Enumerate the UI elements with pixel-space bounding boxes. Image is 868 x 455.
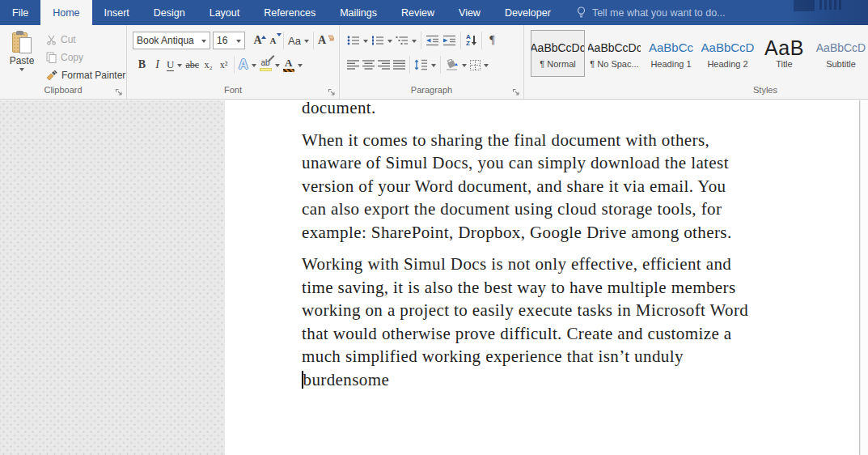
line-spacing-caret-icon[interactable]: [431, 64, 436, 70]
italic-button[interactable]: I: [150, 56, 165, 74]
copy-button[interactable]: Copy: [46, 50, 125, 65]
justify-button[interactable]: [392, 56, 407, 74]
strikethrough-glyph: abc: [185, 59, 199, 71]
clear-formatting-button[interactable]: A: [316, 32, 336, 49]
shrink-font-button[interactable]: A: [265, 32, 281, 49]
tab-references[interactable]: References: [252, 0, 328, 25]
borders-button[interactable]: [468, 56, 490, 74]
align-left-button[interactable]: [345, 56, 361, 74]
word-window: File Home Insert Design Layout Reference…: [0, 0, 868, 455]
style-heading-2[interactable]: AaBbCcD Heading 2: [701, 30, 755, 77]
paragraph-group: A Z ¶: [340, 25, 524, 99]
shading-button[interactable]: [443, 56, 468, 74]
text-line: can also export the document using cloud…: [302, 198, 791, 221]
paste-dropdown-caret-icon[interactable]: [19, 68, 24, 74]
numbering-button[interactable]: [370, 32, 394, 49]
style-no-spacing[interactable]: AaBbCcDc ¶ No Spac...: [587, 30, 641, 77]
cut-button[interactable]: Cut: [46, 32, 125, 47]
document-text[interactable]: document. When it comes to sharing the f…: [302, 96, 791, 400]
text-line: unaware of Simul Docs, you can simply do…: [302, 151, 791, 175]
text-line: working on a project to easily execute t…: [302, 299, 791, 322]
style-preview: AaBbCcD: [816, 39, 866, 57]
subscript-glyph: x₂: [204, 59, 212, 71]
subscript-button[interactable]: x₂: [201, 56, 216, 74]
tab-file[interactable]: File: [0, 0, 40, 25]
text-line: time saving, it is also the best way to …: [302, 276, 791, 300]
style-normal[interactable]: AaBbCcDc ¶ Normal: [531, 30, 585, 77]
text-effects-button[interactable]: A: [237, 56, 258, 74]
tab-view[interactable]: View: [447, 0, 493, 25]
align-center-button[interactable]: [361, 56, 376, 74]
style-name: Heading 2: [707, 59, 747, 69]
style-preview: AaBbCc: [649, 39, 693, 57]
style-title[interactable]: AaB Title: [757, 30, 811, 77]
paragraph-dialog-launcher[interactable]: [512, 88, 520, 96]
clipboard-group-label: Clipboard: [0, 85, 126, 97]
text-effects-caret-icon[interactable]: [252, 64, 256, 70]
style-subtitle[interactable]: AaBbCcD Subtitle: [814, 30, 868, 77]
align-right-icon: [378, 60, 390, 70]
tab-mailings[interactable]: Mailings: [328, 0, 389, 25]
page-right-margin: [861, 100, 868, 455]
font-group: Book Antiqua 16 A A Aa: [127, 25, 340, 99]
numbering-icon: [371, 35, 384, 46]
font-color-caret-icon[interactable]: [298, 64, 303, 70]
format-painter-button[interactable]: Format Painter: [46, 68, 125, 83]
numbering-caret-icon[interactable]: [387, 40, 392, 45]
paragraph: document.: [302, 96, 791, 120]
tell-me-box[interactable]: Tell me what you want to do...: [576, 0, 726, 25]
shrink-font-arrow-icon: [277, 33, 282, 39]
tab-layout[interactable]: Layout: [197, 0, 252, 25]
strikethrough-button[interactable]: abc: [184, 56, 201, 74]
bold-button[interactable]: B: [134, 56, 150, 74]
font-size-combobox[interactable]: 16: [213, 32, 245, 49]
multilevel-caret-icon[interactable]: [412, 40, 417, 45]
show-hide-pilcrow-button[interactable]: ¶: [485, 32, 500, 49]
tell-me-placeholder: Tell me what you want to do...: [592, 7, 726, 19]
clipboard-group: Paste Cut: [0, 25, 127, 99]
align-right-button[interactable]: [376, 56, 392, 74]
text-line: version of your Word document, and share…: [302, 175, 791, 198]
font-size-value: 16: [217, 35, 227, 46]
tab-home[interactable]: Home: [40, 0, 91, 25]
text-effects-glyph: A: [239, 57, 248, 72]
font-size-caret-icon[interactable]: [236, 40, 241, 45]
bullets-button[interactable]: [345, 32, 370, 49]
line-spacing-button[interactable]: [413, 56, 438, 74]
underline-button[interactable]: U: [165, 56, 184, 74]
superscript-button[interactable]: x²: [216, 56, 231, 74]
shading-caret-icon[interactable]: [462, 64, 467, 70]
grow-font-button[interactable]: A: [250, 32, 265, 49]
decrease-indent-icon: [426, 35, 439, 46]
tab-developer[interactable]: Developer: [493, 0, 563, 25]
multilevel-list-button[interactable]: [394, 32, 418, 49]
font-color-button[interactable]: A: [282, 56, 304, 74]
paragraph-group-label: Paragraph: [340, 85, 523, 97]
change-case-caret-icon[interactable]: [304, 40, 309, 45]
sort-button[interactable]: A Z: [464, 32, 479, 49]
change-case-button[interactable]: Aa: [286, 32, 311, 49]
borders-caret-icon[interactable]: [484, 64, 489, 70]
document-page[interactable]: document. When it comes to sharing the f…: [225, 100, 860, 455]
font-name-combobox[interactable]: Book Antiqua: [133, 32, 210, 49]
increase-indent-button[interactable]: [441, 32, 458, 49]
tab-insert[interactable]: Insert: [92, 0, 142, 25]
bullets-caret-icon[interactable]: [363, 40, 368, 45]
tab-review[interactable]: Review: [389, 0, 447, 25]
document-canvas: document. When it comes to sharing the f…: [0, 100, 868, 455]
style-name: Title: [776, 59, 792, 69]
paste-button[interactable]: Paste: [6, 31, 38, 83]
decrease-indent-button[interactable]: [424, 32, 441, 49]
tab-design[interactable]: Design: [142, 0, 197, 25]
font-name-caret-icon[interactable]: [201, 40, 206, 45]
separator: [460, 32, 461, 49]
sort-icon: A Z: [466, 34, 471, 47]
separator: [313, 32, 314, 49]
text-line: Working with Simul Docs is not only effe…: [302, 253, 791, 276]
font-dialog-launcher[interactable]: [328, 88, 336, 96]
clipboard-dialog-launcher[interactable]: [115, 88, 123, 96]
underline-caret-icon[interactable]: [177, 64, 182, 70]
text-highlight-button[interactable]: ab: [258, 56, 282, 74]
style-heading-1[interactable]: AaBbCc Heading 1: [644, 30, 698, 77]
text-highlight-caret-icon[interactable]: [275, 64, 280, 70]
